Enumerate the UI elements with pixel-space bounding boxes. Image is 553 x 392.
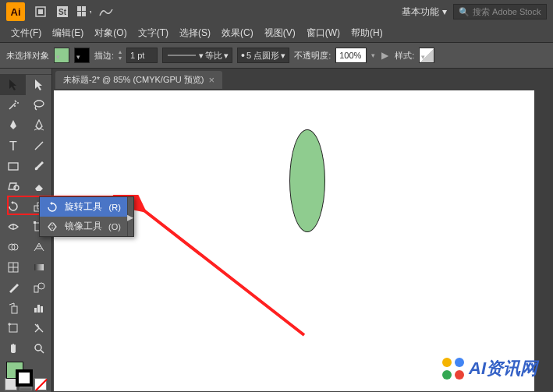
tools-panel-header[interactable] [0, 69, 51, 75]
menu-bar: 文件(F) 编辑(E) 对象(O) 文字(T) 选择(S) 效果(C) 视图(V… [0, 23, 553, 42]
svg-rect-6 [77, 12, 81, 16]
reflect-icon [46, 221, 58, 233]
svg-text:T: T [9, 139, 17, 152]
flyout-tearoff-handle[interactable]: ▸ [127, 197, 133, 236]
fill-swatch[interactable] [54, 48, 69, 63]
rotate-icon [46, 201, 58, 214]
menu-object[interactable]: 对象(O) [90, 25, 131, 41]
svg-rect-33 [9, 324, 17, 332]
workspace-dropdown[interactable]: 基本功能▾ [395, 4, 453, 20]
hand-tool[interactable] [0, 338, 26, 358]
style-swatch[interactable] [419, 48, 434, 63]
menu-help[interactable]: 帮助(H) [346, 25, 388, 41]
curvature-tool[interactable] [26, 115, 51, 136]
brush-dropdown[interactable]: •5 点圆形▾ [237, 48, 289, 63]
variable-width-dropdown[interactable]: ▾等比▾ [162, 48, 232, 63]
tab-title: 未标题-2* @ 85% (CMYK/GPU 预览) [63, 74, 204, 86]
artboard-tool[interactable] [0, 318, 26, 338]
stroke-width-input[interactable]: 1 pt [126, 48, 158, 63]
stroke-color-box[interactable] [16, 369, 33, 387]
flyout-rotate-shortcut: (R) [109, 203, 121, 212]
title-bar: Ai St ▾ 基本功能▾ 🔍搜索 Adobe Stock [0, 0, 553, 23]
lasso-tool[interactable] [26, 95, 51, 115]
flyout-reflect-shortcut: (O) [108, 222, 121, 231]
opacity-label: 不透明度: [294, 50, 331, 62]
direct-selection-tool[interactable] [26, 75, 51, 95]
svg-rect-27 [34, 286, 38, 292]
workspace-label: 基本功能 [402, 5, 439, 19]
document-tab[interactable]: 未标题-2* @ 85% (CMYK/GPU 预览) × [55, 71, 222, 89]
opacity-chevron-icon[interactable]: ▾ [371, 51, 375, 59]
svg-rect-4 [77, 6, 81, 11]
eyedropper-tool[interactable] [0, 277, 26, 298]
stroke-stepper[interactable]: ▴▾ [119, 49, 122, 62]
stroke-swatch[interactable] [74, 48, 90, 63]
svg-rect-26 [34, 264, 44, 270]
arrange-icon[interactable]: ▾ [76, 3, 93, 20]
magic-wand-tool[interactable] [0, 95, 26, 115]
svg-point-10 [34, 101, 44, 107]
rectangle-tool[interactable] [0, 156, 26, 176]
stock-icon[interactable]: St [54, 3, 71, 20]
eraser-tool[interactable] [26, 176, 51, 196]
zoom-tool[interactable] [26, 338, 51, 358]
svg-line-12 [35, 142, 43, 150]
menu-effect[interactable]: 效果(C) [217, 25, 258, 41]
canvas[interactable] [52, 89, 553, 392]
tab-bar: 未标题-2* @ 85% (CMYK/GPU 预览) × [52, 69, 553, 89]
menu-file[interactable]: 文件(F) [6, 25, 46, 41]
perspective-grid-tool[interactable] [26, 237, 51, 257]
menu-window[interactable]: 窗口(W) [302, 25, 345, 41]
svg-rect-7 [82, 12, 86, 16]
next-icon[interactable]: ▶ [381, 50, 388, 61]
watermark: AI资讯网 [442, 357, 537, 380]
pen-tool[interactable] [0, 115, 26, 136]
type-tool[interactable]: T [0, 136, 26, 156]
bridge-icon[interactable] [32, 3, 49, 20]
line-tool[interactable] [26, 136, 51, 156]
stroke-label: 描边: [94, 50, 114, 62]
selection-tool[interactable] [0, 75, 26, 95]
svg-rect-13 [9, 163, 18, 170]
svg-point-28 [38, 283, 44, 289]
opacity-input[interactable]: 100% [335, 48, 367, 63]
svg-rect-19 [34, 221, 36, 224]
stock-search-input[interactable]: 🔍搜索 Adobe Stock [453, 4, 547, 19]
svg-rect-1 [38, 9, 43, 14]
preview-icon[interactable] [97, 3, 115, 20]
gradient-tool[interactable] [26, 257, 51, 277]
flyout-rotate-tool[interactable]: 旋转工具 (R) [40, 197, 127, 217]
close-icon[interactable]: × [208, 74, 214, 86]
svg-text:St: St [58, 8, 67, 16]
svg-line-37 [41, 350, 44, 353]
menu-type[interactable]: 文字(T) [133, 25, 173, 41]
svg-rect-30 [34, 308, 37, 313]
app-logo-icon: Ai [6, 2, 25, 21]
search-icon: 🔍 [459, 7, 470, 17]
menu-select[interactable]: 选择(S) [175, 25, 215, 41]
svg-rect-5 [82, 6, 86, 11]
color-picker-area[interactable] [0, 358, 51, 376]
menu-edit[interactable]: 编辑(E) [48, 25, 88, 41]
shaper-tool[interactable] [0, 176, 26, 196]
paintbrush-tool[interactable] [26, 156, 51, 176]
blend-tool[interactable] [26, 277, 51, 298]
artboard[interactable] [54, 90, 534, 391]
flyout-reflect-tool[interactable]: 镜像工具 (O) [40, 217, 127, 236]
selection-status: 未选择对象 [6, 50, 49, 62]
column-graph-tool[interactable] [26, 298, 51, 318]
rotate-tool[interactable] [0, 196, 26, 217]
menu-view[interactable]: 视图(V) [260, 25, 300, 41]
svg-text:▾: ▾ [90, 9, 91, 16]
shape-builder-tool[interactable] [0, 237, 26, 257]
control-bar: 未选择对象 描边: ▴▾ 1 pt ▾等比▾ •5 点圆形▾ 不透明度: 100… [0, 42, 553, 69]
tool-flyout-menu: 旋转工具 (R) 镜像工具 (O) ▸ [39, 196, 134, 237]
ellipse-shape[interactable] [289, 129, 325, 232]
width-tool[interactable] [0, 217, 26, 237]
mesh-tool[interactable] [0, 257, 26, 277]
none-mode-icon[interactable] [34, 378, 47, 390]
symbol-sprayer-tool[interactable] [0, 298, 26, 318]
flyout-rotate-label: 旋转工具 [65, 200, 102, 214]
slice-tool[interactable] [26, 318, 51, 338]
chevron-down-icon: ▾ [442, 6, 447, 17]
